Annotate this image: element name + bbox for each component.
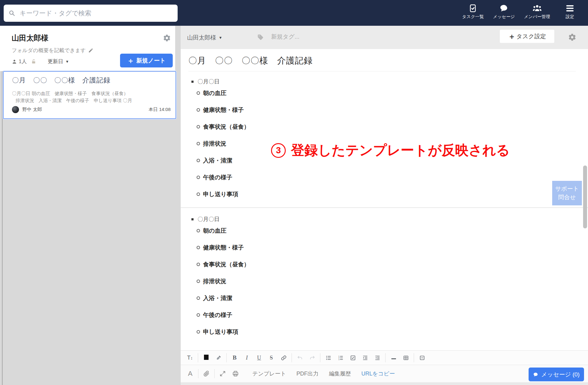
sort-selector[interactable]: 更新日 ▼ [47,58,69,65]
toolbar-separator [198,369,198,378]
action-テンプレート[interactable]: テンプレート [252,370,286,377]
search-box[interactable] [4,5,178,22]
note-item: 食事状況（昼食） [203,261,576,268]
note-timestamp: 本日 14:08 [149,107,171,112]
link-button[interactable] [277,353,290,363]
italic-button[interactable]: I [241,353,253,363]
member-count: 1人 [19,58,27,65]
collapse-button[interactable] [416,353,428,363]
redo-button[interactable] [306,353,318,363]
vertical-scrollbar-thumb[interactable] [583,166,587,228]
horizontal-rule-button[interactable] [387,353,400,363]
square-bullet [191,81,194,83]
note-body: 〇月〇日 朝の血圧健康状態・様子食事状況（昼食）排泄状況入浴・清潔午後の様子申し… [188,78,576,335]
circled-number: 3 [271,143,286,158]
plus-icon: ＋ [127,58,134,64]
undo-button[interactable] [294,353,306,363]
numbered-list-button[interactable]: 123 [334,353,347,363]
color-swatch-button[interactable] [200,353,212,363]
text-size-button[interactable]: T↕ [184,353,196,363]
note-item: 午後の様子 [203,311,576,318]
attachment-button[interactable] [200,368,213,379]
link-icon [281,355,287,361]
toolbar-separator [198,353,198,362]
checkbox-list-icon [350,355,356,361]
note-card-preview: 〇月〇日 朝の血圧 健康状態・様子 食事状況（昼食） 排泄状況 入浴・清潔 午後… [12,90,171,104]
folder-title: 山田太郎様 [12,33,48,43]
folder-description[interactable]: フォルダの概要を記載できます [12,47,171,54]
bottom-action-bar: AテンプレートPDF出力編集履歴URLをコピー メッセージ (0) [181,365,588,382]
attachment-icon [203,370,210,377]
outdent-button[interactable] [371,353,383,363]
annotation-text: 登録したテンプレートが反映される [291,141,510,159]
copy-url-button[interactable]: URLをコピー [361,370,395,377]
indent-button[interactable] [359,353,371,363]
support-contact-tab[interactable]: サポート 問合せ [552,181,582,205]
nav-task-list[interactable]: タスク一覧 [462,3,484,19]
highlighter-icon [216,355,221,361]
messages-icon [499,3,508,13]
caret-down-icon: ▼ [219,36,222,40]
nav-messages[interactable]: メッセージ [493,3,515,19]
format-toolbar: T↕BIUS123 [181,350,588,365]
annotation-callout: 3 登録したテンプレートが反映される [271,141,510,159]
note-editor[interactable]: 〇月 〇〇 〇〇様 介護記録 〇月〇日 朝の血圧健康状態・様子食事状況（昼食）排… [181,49,588,350]
note-item: 食事状況（昼食） [203,123,576,130]
task-list-icon [468,3,477,13]
action-PDF出力[interactable]: PDF出力 [296,370,318,377]
nav-member-management[interactable]: メンバー管理 [524,3,550,19]
section-divider [181,208,588,208]
search-input[interactable] [19,9,173,17]
note-section: 〇月〇日 朝の血圧健康状態・様子食事状況（昼食）排泄状況入浴・清潔午後の様子申し… [188,215,576,335]
square-bullet [191,218,194,220]
folder-header: 山田太郎様 フォルダの概要を記載できます 1人 更新日 ▼ ＋ 新規ノート [0,26,175,71]
highlighter-button[interactable] [212,353,224,363]
bold-button[interactable]: B [228,353,241,363]
edit-pencil-icon[interactable] [88,48,93,53]
note-title: 〇月 〇〇 〇〇様 介護記録 [188,55,576,71]
strikethrough-button[interactable]: S [265,353,277,363]
section-date: 〇月〇日 [191,78,576,85]
task-settings-button[interactable]: ＋ タスク設定 [500,30,554,43]
undo-icon [297,355,303,361]
strikethrough-icon: S [270,355,273,361]
print-icon [232,370,239,377]
note-card-selected[interactable]: 〇月 〇〇 〇〇様 介護記録 〇月〇日 朝の血圧 健康状態・様子 食事状況（昼食… [3,71,176,119]
horizontal-rule-icon [391,356,396,360]
toolbar-separator [292,353,292,362]
folder-settings-gear-icon[interactable] [163,34,171,42]
author-avatar [12,106,19,113]
note-item: 健康状態・様子 [203,106,576,113]
note-item: 入浴・清潔 [203,295,576,302]
note-settings-gear-icon[interactable] [568,33,576,41]
font-style-icon: A [188,370,193,378]
note-item: 朝の血圧 [203,90,576,97]
settings-icon [565,3,575,13]
print-button[interactable] [229,368,242,379]
toolbar-separator [414,353,414,362]
font-style-button[interactable]: A [184,368,197,379]
new-tag-input[interactable] [270,33,364,40]
toolbar-separator [226,353,227,362]
checkbox-list-button[interactable] [347,353,359,363]
expand-button[interactable] [216,368,229,379]
toolbar-separator [320,353,320,362]
note-item: 朝の血圧 [203,227,576,234]
table-button[interactable] [400,353,412,363]
italic-icon: I [246,354,248,361]
underline-button[interactable]: U [253,353,265,363]
top-bar: タスク一覧 メッセージ メンバー管理 設定 [0,0,588,26]
nav-settings[interactable]: 設定 [559,3,581,19]
outdent-icon [375,355,380,361]
message-button[interactable]: メッセージ (0) [529,368,584,381]
new-note-button[interactable]: ＋ 新規ノート [120,54,173,67]
speech-bubble-icon [533,372,538,377]
search-icon [9,10,15,17]
member-management-icon [533,3,542,13]
breadcrumb-folder[interactable]: 山田太郎様 ▼ [187,34,222,42]
sidebar-scrollbar[interactable] [2,26,3,385]
toolbar-separator [214,369,215,378]
action-編集履歴[interactable]: 編集履歴 [329,370,351,377]
note-item: 申し送り事項 [203,328,576,335]
bullet-list-button[interactable] [322,353,334,363]
